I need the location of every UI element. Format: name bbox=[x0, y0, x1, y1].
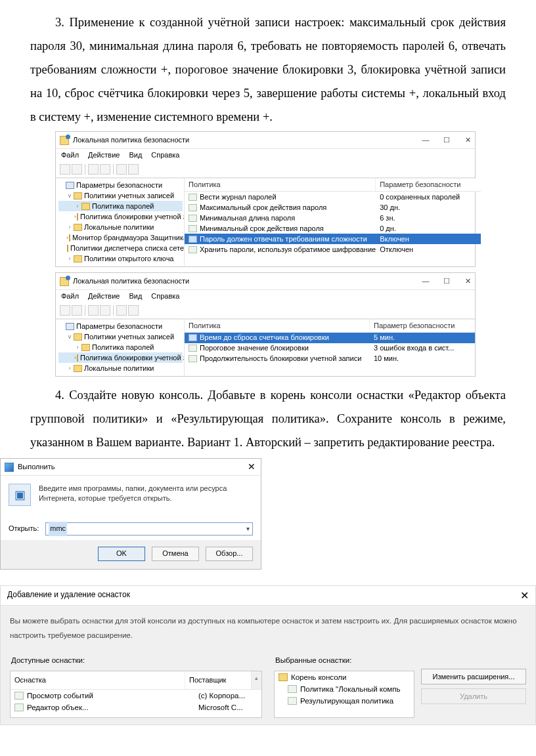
policy-row[interactable]: Пороговое значение блокировки3 ошибок вх… bbox=[185, 343, 475, 354]
shield-icon bbox=[66, 323, 74, 330]
title-bar[interactable]: Выполнить ✕ bbox=[1, 459, 261, 476]
menu-action[interactable]: Действие bbox=[88, 291, 120, 301]
tree-item[interactable]: vПолитики учетных записей bbox=[58, 190, 183, 201]
tree-twist-icon[interactable]: › bbox=[74, 343, 81, 351]
menu-view[interactable]: Вид bbox=[129, 150, 142, 160]
tree-twist-icon[interactable]: › bbox=[66, 234, 68, 242]
toolbar-button[interactable] bbox=[60, 305, 70, 316]
toolbar-button[interactable] bbox=[88, 164, 99, 175]
minimize-button[interactable]: — bbox=[421, 276, 430, 286]
menu-file[interactable]: Файл bbox=[61, 150, 79, 160]
menu-bar[interactable]: Файл Действие Вид Справка bbox=[56, 290, 475, 304]
title-bar[interactable]: Добавление и удаление оснасток ✕ bbox=[1, 586, 535, 606]
col-policy[interactable]: Политика bbox=[185, 178, 376, 191]
tree-item[interactable]: ›Политика паролей bbox=[58, 342, 183, 352]
toolbar-button[interactable] bbox=[100, 305, 110, 316]
close-button[interactable]: ✕ bbox=[520, 585, 529, 606]
tree-twist-icon[interactable]: v bbox=[66, 333, 73, 341]
selected-label: Выбранные оснастки: bbox=[274, 650, 414, 670]
tree-item[interactable]: ›Локальные политики bbox=[58, 222, 183, 232]
toolbar-button[interactable] bbox=[72, 305, 82, 316]
policy-row[interactable]: Пароль должен отвечать требованиям сложн… bbox=[185, 234, 481, 244]
tree-item[interactable]: ›Политика блокировки учетной з bbox=[58, 352, 183, 363]
policy-list[interactable]: Политика Параметр безопасности Вести жур… bbox=[185, 178, 481, 266]
tree-item-label: Монитор брандмауэра Защитника bbox=[72, 233, 185, 243]
toolbar-button[interactable] bbox=[60, 164, 70, 175]
tree-item-label: Параметры безопасности bbox=[76, 322, 162, 331]
menu-help[interactable]: Справка bbox=[151, 150, 179, 160]
maximize-button[interactable]: ☐ bbox=[442, 276, 451, 286]
close-button[interactable]: ✕ bbox=[463, 276, 472, 286]
nav-tree[interactable]: Параметры безопасностиvПолитики учетных … bbox=[56, 320, 185, 376]
toolbar[interactable] bbox=[56, 304, 475, 319]
secpol-window-1: Локальная политика безопасности — ☐ ✕ Фа… bbox=[55, 131, 476, 267]
dialog-title: Добавление и удаление оснасток bbox=[7, 587, 130, 602]
selected-snapin-row[interactable]: Результирующая политика bbox=[275, 695, 414, 707]
tree-twist-icon[interactable]: › bbox=[66, 364, 73, 372]
cancel-button[interactable]: Отмена bbox=[152, 547, 199, 561]
toolbar-button[interactable] bbox=[72, 164, 82, 175]
close-button[interactable]: ✕ bbox=[246, 458, 257, 476]
close-button[interactable]: ✕ bbox=[463, 135, 472, 145]
policy-row[interactable]: Минимальная длина пароля6 зн. bbox=[185, 213, 481, 223]
policy-list[interactable]: Политика Параметр безопасности Время до … bbox=[185, 320, 475, 376]
title-bar[interactable]: Локальная политика безопасности — ☐ ✕ bbox=[56, 273, 475, 290]
minimize-button[interactable]: — bbox=[421, 135, 430, 145]
maximize-button[interactable]: ☐ bbox=[442, 135, 451, 145]
policy-row[interactable]: Хранить пароли, используя обратимое шифр… bbox=[185, 244, 481, 255]
run-description: Введите имя программы, папки, документа … bbox=[39, 484, 253, 506]
tree-item[interactable]: ›Политика паролей bbox=[58, 201, 183, 211]
selected-list[interactable]: Корень консолиПолитика "Локальный компьР… bbox=[274, 671, 414, 718]
policy-name: Пороговое значение блокировки bbox=[200, 343, 370, 353]
toolbar-button[interactable] bbox=[116, 164, 127, 175]
toolbar-button[interactable] bbox=[116, 305, 127, 316]
col-policy[interactable]: Политика bbox=[185, 320, 370, 332]
ok-button[interactable]: OK bbox=[98, 547, 145, 561]
menu-file[interactable]: Файл bbox=[61, 291, 79, 301]
title-bar[interactable]: Локальная политика безопасности — ☐ ✕ bbox=[56, 132, 475, 149]
policy-row[interactable]: Вести журнал паролей0 сохраненных пароле… bbox=[185, 192, 481, 202]
policy-row[interactable]: Время до сброса счетчика блокировки5 мин… bbox=[185, 333, 475, 343]
snapin-icon bbox=[14, 704, 24, 711]
tree-twist-icon[interactable]: › bbox=[74, 354, 76, 362]
tree-item[interactable]: ›Локальные политики bbox=[58, 363, 183, 373]
available-list[interactable]: Оснастка Поставщик Просмотр событий(c) К… bbox=[10, 671, 262, 718]
toolbar-button[interactable] bbox=[128, 164, 139, 175]
remove-button[interactable]: Удалить bbox=[421, 688, 526, 704]
menu-action[interactable]: Действие bbox=[88, 150, 120, 160]
policy-icon bbox=[189, 246, 197, 253]
tree-item[interactable]: ›Политика блокировки учетной з bbox=[58, 211, 183, 222]
policy-row[interactable]: Продолжительность блокировки учетной зап… bbox=[185, 354, 475, 364]
tree-twist-icon[interactable]: › bbox=[66, 255, 73, 262]
scrollbar-up-icon[interactable] bbox=[251, 671, 261, 689]
menu-view[interactable]: Вид bbox=[129, 291, 142, 301]
tree-item[interactable]: ›Монитор брандмауэра Защитника bbox=[58, 232, 183, 243]
available-snapin-row[interactable]: Редактор объек...Microsoft C... bbox=[11, 702, 261, 713]
browse-button[interactable]: Обзор... bbox=[206, 547, 253, 561]
toolbar-button[interactable] bbox=[88, 305, 99, 316]
toolbar[interactable] bbox=[56, 163, 475, 178]
col-snapin[interactable]: Оснастка bbox=[11, 671, 185, 689]
col-setting[interactable]: Параметр безопасности bbox=[376, 178, 481, 191]
tree-twist-icon[interactable]: › bbox=[74, 213, 76, 220]
tree-item[interactable]: vПолитики учетных записей bbox=[58, 331, 183, 342]
col-setting[interactable]: Параметр безопасности bbox=[370, 320, 475, 332]
tree-item[interactable]: Параметры безопасности bbox=[58, 321, 183, 331]
toolbar-button[interactable] bbox=[100, 164, 110, 175]
tree-twist-icon[interactable]: › bbox=[74, 202, 81, 210]
policy-row[interactable]: Максимальный срок действия пароля30 дн. bbox=[185, 202, 481, 213]
edit-extensions-button[interactable]: Изменить расширения... bbox=[421, 669, 526, 684]
tree-item[interactable]: Параметры безопасности bbox=[58, 180, 183, 190]
tree-twist-icon[interactable]: › bbox=[66, 223, 73, 231]
tree-item[interactable]: Политики диспетчера списка сетей bbox=[58, 243, 183, 253]
col-vendor[interactable]: Поставщик bbox=[185, 671, 251, 689]
nav-tree[interactable]: Параметры безопасностиvПолитики учетных … bbox=[56, 178, 185, 266]
menu-bar[interactable]: Файл Действие Вид Справка bbox=[56, 149, 475, 163]
tree-twist-icon[interactable]: v bbox=[66, 192, 73, 200]
tree-item[interactable]: ›Политики открытого ключа bbox=[58, 253, 183, 264]
menu-help[interactable]: Справка bbox=[151, 291, 179, 301]
paragraph-4: 4. Создайте новую консоль. Добавьте в ко… bbox=[0, 383, 536, 454]
open-combobox[interactable]: mmc bbox=[45, 522, 253, 536]
toolbar-button[interactable] bbox=[128, 305, 139, 316]
policy-row[interactable]: Минимальный срок действия пароля0 дн. bbox=[185, 223, 481, 234]
